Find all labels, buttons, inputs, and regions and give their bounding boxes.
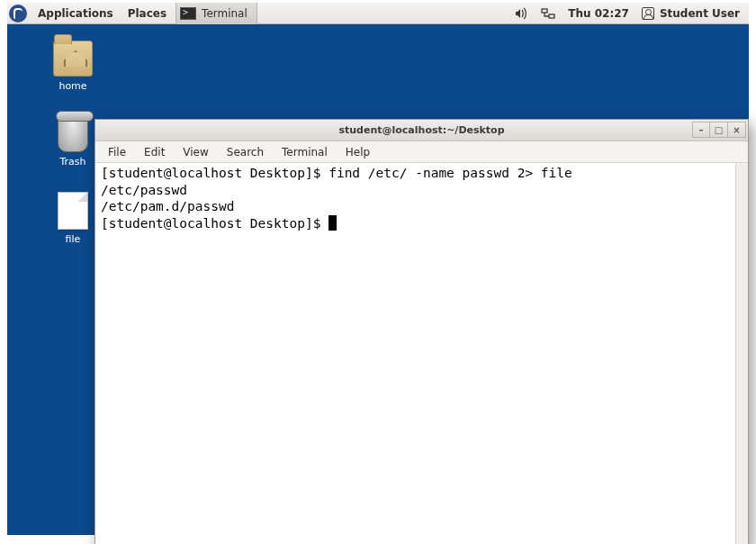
gnome-top-panel: Applications Places Terminal Thu 02:27 S…: [7, 3, 749, 24]
folder-home-icon: [53, 41, 93, 77]
term-command: find /etc/ -name passwd 2> file: [328, 166, 572, 180]
user-label: Student User: [660, 7, 740, 20]
terminal-content[interactable]: [student@localhost Desktop]$ find /etc/ …: [95, 163, 748, 544]
window-close-button[interactable]: ×: [728, 122, 746, 138]
taskbar-item-label: Terminal: [202, 7, 248, 20]
applications-menu[interactable]: Applications: [31, 4, 121, 23]
menu-search[interactable]: Search: [218, 143, 273, 161]
term-prompt: [student@localhost Desktop]$: [101, 216, 328, 231]
terminal-icon: [180, 7, 196, 20]
volume-icon[interactable]: [514, 6, 528, 21]
clock[interactable]: Thu 02:27: [568, 7, 629, 20]
desktop[interactable]: home Trash file student@localhost:~/Desk…: [7, 24, 749, 535]
desktop-icon-home[interactable]: home: [41, 41, 104, 92]
svg-rect-1: [549, 14, 554, 18]
menu-file[interactable]: File: [99, 143, 135, 161]
terminal-scrollbar[interactable]: [735, 163, 748, 544]
menu-edit[interactable]: Edit: [135, 143, 174, 161]
window-minimize-button[interactable]: –: [692, 122, 710, 138]
term-output-line: /etc/pam.d/passwd: [101, 199, 234, 213]
window-titlebar[interactable]: student@localhost:~/Desktop – □ ×: [95, 120, 748, 141]
terminal-menubar: File Edit View Search Terminal Help: [95, 141, 748, 163]
desktop-icon-label: home: [41, 80, 104, 92]
menu-view[interactable]: View: [174, 143, 217, 161]
terminal-window: student@localhost:~/Desktop – □ × File E…: [94, 119, 749, 544]
menu-help[interactable]: Help: [337, 143, 379, 161]
term-output-line: /etc/passwd: [101, 183, 187, 197]
window-maximize-button[interactable]: □: [710, 122, 728, 138]
term-prompt: [student@localhost Desktop]$: [101, 166, 328, 180]
places-menu[interactable]: Places: [121, 4, 174, 23]
taskbar-item-terminal[interactable]: Terminal: [176, 3, 257, 24]
svg-rect-0: [542, 9, 547, 13]
user-menu[interactable]: Student User: [642, 7, 740, 20]
trash-icon: [58, 114, 88, 152]
network-icon[interactable]: [541, 6, 555, 21]
cursor-icon: [328, 215, 337, 231]
distro-logo-icon[interactable]: [9, 5, 27, 23]
user-icon: [642, 7, 654, 20]
file-icon: [58, 192, 88, 230]
window-title: student@localhost:~/Desktop: [95, 124, 748, 136]
menu-terminal[interactable]: Terminal: [273, 143, 337, 161]
